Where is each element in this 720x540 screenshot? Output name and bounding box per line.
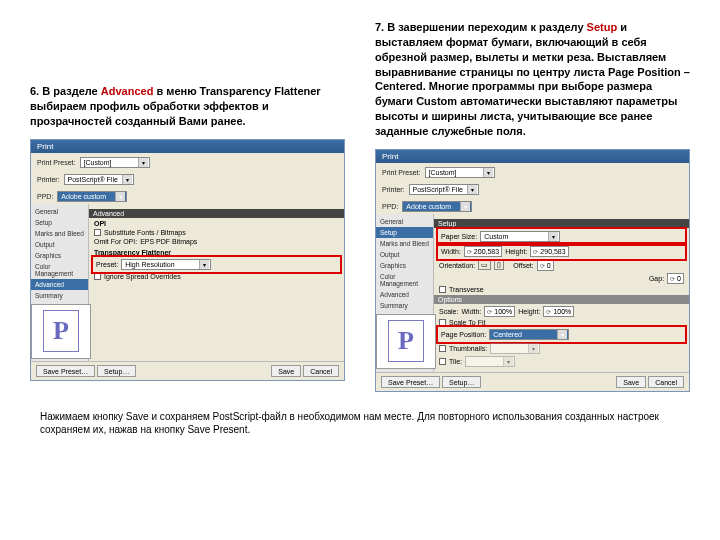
width-input[interactable]: 200,583 xyxy=(464,246,502,257)
page-thumbnail: P xyxy=(31,304,91,359)
height-input[interactable]: 290,583 xyxy=(530,246,568,257)
save-preset-button[interactable]: Save Preset… xyxy=(381,376,440,388)
letter-p-icon: P xyxy=(53,316,69,346)
cancel-button[interactable]: Cancel xyxy=(303,365,339,377)
sidebar-item-color[interactable]: Color Management xyxy=(31,261,88,279)
save-button[interactable]: Save xyxy=(616,376,646,388)
page-thumbnail: P xyxy=(376,314,436,369)
scale-width-input[interactable]: 100% xyxy=(484,306,515,317)
sidebar-item-advanced[interactable]: Advanced xyxy=(376,289,433,300)
section-list: General Setup Marks and Bleed Output Gra… xyxy=(376,214,434,372)
footnote-text: Нажимаем кнопку Save и сохраняем PostScr… xyxy=(30,410,690,436)
save-button[interactable]: Save xyxy=(271,365,301,377)
transverse-checkbox[interactable] xyxy=(439,286,446,293)
print-preset-select[interactable]: [Custom] xyxy=(425,167,495,178)
sidebar-item-output[interactable]: Output xyxy=(376,249,433,260)
sidebar-item-marks[interactable]: Marks and Bleed xyxy=(376,238,433,249)
sidebar-item-summary[interactable]: Summary xyxy=(31,290,88,301)
letter-p-icon: P xyxy=(398,326,414,356)
sidebar-item-marks[interactable]: Marks and Bleed xyxy=(31,228,88,239)
page-position-highlight: Page Position: Centered xyxy=(439,328,684,341)
dialog-title: Print xyxy=(376,150,689,163)
print-dialog-setup: Print Print Preset: [Custom] Printer: Po… xyxy=(375,149,690,392)
sidebar-item-setup[interactable]: Setup xyxy=(376,227,433,238)
offset-input[interactable]: 0 xyxy=(537,260,554,271)
sidebar-item-general[interactable]: General xyxy=(31,206,88,217)
dimensions-highlight: Width: 200,583 Height: 290,583 xyxy=(439,245,684,258)
print-preset-select[interactable]: [Custom] xyxy=(80,157,150,168)
sidebar-item-setup[interactable]: Setup xyxy=(31,217,88,228)
paper-size-highlight: Paper Size: Custom xyxy=(439,230,684,243)
paper-size-select[interactable]: Custom xyxy=(480,231,560,242)
scale-height-input[interactable]: 100% xyxy=(543,306,574,317)
page-position-select[interactable]: Centered xyxy=(489,329,569,340)
dialog-title: Print xyxy=(31,140,344,153)
sidebar-item-summary[interactable]: Summary xyxy=(376,300,433,311)
print-dialog-advanced: Print Print Preset: [Custom] Printer: Po… xyxy=(30,139,345,381)
sidebar-item-general[interactable]: General xyxy=(376,216,433,227)
scale-to-fit-checkbox[interactable] xyxy=(439,319,446,326)
orientation-icon[interactable]: ▯ xyxy=(494,260,504,270)
sidebar-item-output[interactable]: Output xyxy=(31,239,88,250)
section-list: General Setup Marks and Bleed Output Gra… xyxy=(31,204,89,361)
orientation-icon[interactable]: ▭ xyxy=(478,260,491,270)
thumbnails-checkbox[interactable] xyxy=(439,345,446,352)
gap-input[interactable]: 0 xyxy=(667,273,684,284)
printer-select[interactable]: PostScript® File xyxy=(64,174,134,185)
flattener-preset-select[interactable]: High Resolution xyxy=(121,259,211,270)
setup-button[interactable]: Setup… xyxy=(442,376,481,388)
instruction-6: 6. В разделе Advanced в меню Transparenc… xyxy=(30,84,345,129)
sidebar-item-advanced[interactable]: Advanced xyxy=(31,279,88,290)
ppd-select[interactable]: Adobe custom xyxy=(57,191,127,202)
instruction-7: 7. В завершении переходим к разделу Setu… xyxy=(375,20,690,139)
sidebar-item-graphics[interactable]: Graphics xyxy=(31,250,88,261)
tile-checkbox[interactable] xyxy=(439,358,446,365)
printer-select[interactable]: PostScript® File xyxy=(409,184,479,195)
save-preset-button[interactable]: Save Preset… xyxy=(36,365,95,377)
setup-button[interactable]: Setup… xyxy=(97,365,136,377)
ignore-overrides-checkbox[interactable] xyxy=(94,273,101,280)
substitute-checkbox[interactable] xyxy=(94,229,101,236)
sidebar-item-graphics[interactable]: Graphics xyxy=(376,260,433,271)
sidebar-item-color[interactable]: Color Management xyxy=(376,271,433,289)
ppd-select[interactable]: Adobe custom xyxy=(402,201,472,212)
flattener-preset-highlight: Preset: High Resolution xyxy=(94,258,339,271)
cancel-button[interactable]: Cancel xyxy=(648,376,684,388)
